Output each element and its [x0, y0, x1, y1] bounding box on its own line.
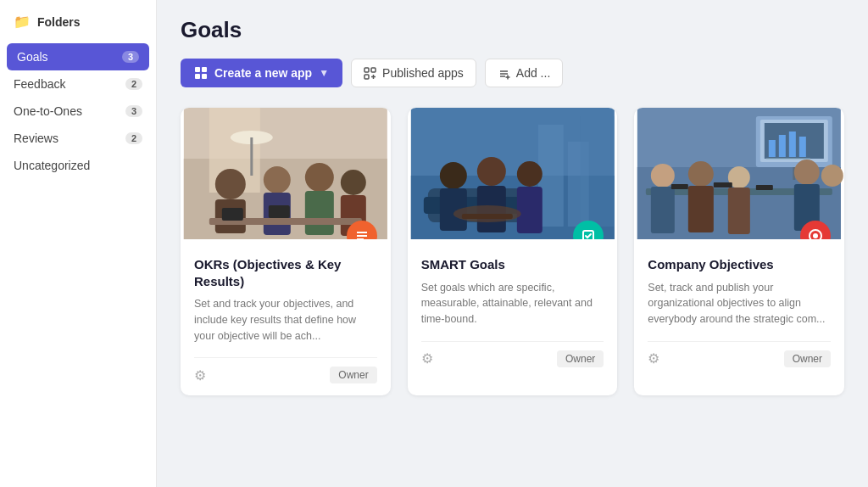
card-smart-goals-desc: Set goals which are specific, measurable…	[421, 280, 604, 327]
svg-rect-3	[202, 74, 207, 79]
sidebar-item-feedback-label: Feedback	[14, 77, 125, 91]
add-label: Add ...	[516, 66, 550, 80]
svg-point-42	[476, 157, 505, 186]
svg-rect-4	[364, 68, 369, 72]
sidebar-item-uncategorized-label: Uncategorized	[14, 159, 142, 172]
card-company-objectives-gear-icon[interactable]: ⚙	[648, 350, 659, 367]
card-company-objectives-owner: Owner	[784, 350, 831, 367]
svg-point-74	[813, 233, 818, 238]
svg-rect-68	[728, 188, 750, 234]
published-apps-label: Published apps	[382, 66, 464, 80]
card-company-objectives-image	[634, 108, 844, 239]
card-smart-goals-gear-icon[interactable]: ⚙	[421, 350, 433, 367]
sidebar-item-reviews-badge: 2	[125, 132, 142, 144]
svg-point-23	[305, 163, 334, 192]
card-smart-goals-body: SMART Goals Set goals which are specific…	[408, 239, 618, 379]
card-smart-goals[interactable]: SMART Goals Set goals which are specific…	[408, 108, 618, 395]
svg-rect-24	[305, 191, 334, 235]
page-title: Goals	[181, 17, 844, 43]
svg-rect-28	[222, 208, 243, 221]
svg-rect-47	[461, 214, 512, 219]
sidebar-item-feedback-badge: 2	[125, 78, 142, 90]
sidebar-item-reviews[interactable]: Reviews 2	[0, 125, 156, 152]
create-new-app-button[interactable]: Create a new app ▼	[181, 59, 342, 87]
svg-rect-5	[371, 68, 376, 72]
card-company-objectives-body: Company Objectives Set, track and publis…	[634, 239, 844, 379]
card-smart-goals-footer: ⚙ Owner	[421, 341, 604, 367]
card-company-objectives[interactable]: Company Objectives Set, track and publis…	[634, 108, 844, 395]
svg-rect-56	[789, 132, 796, 157]
sidebar-header: 📁 Folders	[0, 14, 156, 43]
svg-rect-55	[779, 135, 786, 157]
card-okrs-title: OKRs (Objectives & Key Results)	[194, 256, 377, 289]
svg-rect-54	[769, 140, 776, 157]
card-company-objectives-svg	[634, 108, 844, 239]
svg-point-25	[341, 170, 366, 195]
svg-rect-70	[671, 184, 688, 189]
svg-rect-29	[269, 205, 290, 218]
folder-icon: 📁	[14, 14, 31, 30]
svg-rect-67	[688, 186, 714, 232]
card-smart-goals-title: SMART Goals	[421, 256, 604, 273]
card-company-objectives-footer: ⚙ Owner	[648, 341, 831, 367]
card-company-objectives-desc: Set, track and publish your organization…	[648, 280, 831, 327]
sidebar-item-goals[interactable]: Goals 3	[7, 43, 149, 70]
card-okrs-footer: ⚙ Owner	[194, 357, 377, 383]
sidebar-item-onetoones[interactable]: One-to-Ones 3	[0, 98, 156, 125]
card-smart-goals-svg	[408, 108, 618, 239]
chevron-down-icon: ▼	[319, 67, 329, 79]
svg-rect-71	[714, 182, 732, 188]
main-content: Goals Create a new app ▼ Published apps	[157, 0, 868, 487]
card-okrs-body: OKRs (Objectives & Key Results) Set and …	[181, 239, 391, 395]
card-okrs-desc: Set and track your objectives, and inclu…	[194, 296, 377, 344]
sidebar-item-uncategorized[interactable]: Uncategorized	[0, 152, 156, 179]
published-icon	[364, 67, 376, 80]
svg-rect-37	[580, 116, 614, 227]
card-company-objectives-title: Company Objectives	[648, 256, 831, 273]
add-button[interactable]: Add ...	[485, 59, 563, 87]
svg-rect-72	[756, 185, 773, 190]
svg-rect-66	[651, 187, 675, 233]
card-okrs-gear-icon[interactable]: ⚙	[194, 367, 206, 383]
svg-point-40	[439, 162, 466, 189]
add-icon	[498, 67, 510, 80]
svg-point-64	[794, 160, 820, 185]
svg-rect-2	[195, 74, 200, 79]
svg-rect-48	[583, 231, 593, 239]
sidebar-item-onetoones-label: One-to-Ones	[14, 104, 125, 118]
card-okrs-image	[181, 108, 391, 239]
list-icon	[354, 228, 370, 239]
svg-point-61	[651, 164, 675, 188]
svg-point-21	[264, 166, 291, 193]
sidebar-item-goals-label: Goals	[17, 50, 122, 64]
sidebar-header-label: Folders	[37, 15, 81, 29]
sidebar-item-goals-badge: 3	[122, 51, 139, 63]
svg-rect-45	[516, 187, 542, 233]
sidebar-item-onetoones-badge: 3	[125, 105, 142, 117]
card-okrs[interactable]: OKRs (Objectives & Key Results) Set and …	[181, 108, 391, 395]
cards-grid: OKRs (Objectives & Key Results) Set and …	[181, 108, 844, 395]
svg-rect-6	[364, 75, 369, 79]
card-smart-goals-image	[408, 108, 618, 239]
sidebar: 📁 Folders Goals 3 Feedback 2 One-to-Ones…	[0, 0, 157, 487]
checkmark-icon	[581, 228, 596, 239]
published-apps-button[interactable]: Published apps	[351, 59, 476, 87]
svg-rect-0	[195, 67, 200, 72]
create-button-label: Create a new app	[214, 66, 312, 80]
svg-point-65	[821, 165, 843, 187]
grid-icon	[194, 66, 208, 80]
svg-point-19	[215, 169, 246, 199]
toolbar: Create a new app ▼ Published apps Add ..…	[181, 59, 844, 87]
card-okrs-owner: Owner	[330, 367, 376, 383]
svg-rect-57	[799, 137, 806, 157]
svg-rect-1	[202, 67, 207, 72]
sidebar-item-feedback[interactable]: Feedback 2	[0, 70, 156, 98]
card-smart-goals-owner: Owner	[557, 350, 604, 367]
target-icon	[808, 228, 823, 239]
sidebar-item-reviews-label: Reviews	[14, 132, 125, 145]
card-okrs-svg	[181, 108, 391, 239]
svg-point-62	[688, 161, 714, 187]
svg-point-44	[516, 161, 542, 187]
